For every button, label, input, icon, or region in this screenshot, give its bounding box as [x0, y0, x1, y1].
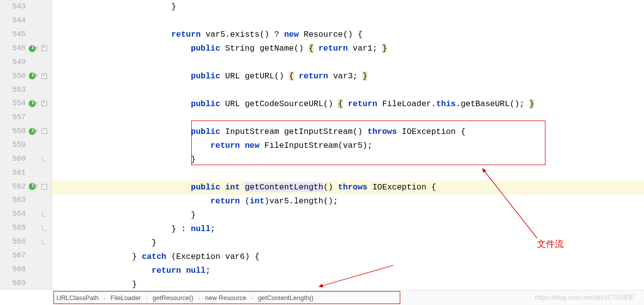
line-number: 560	[0, 155, 29, 163]
gutter-row: 562↑−	[0, 180, 51, 193]
code-line: }	[52, 208, 644, 222]
gutter-row: 565	[0, 221, 51, 235]
line-number: 543	[0, 2, 29, 11]
line-number: 568	[0, 265, 29, 274]
line-number: 565	[0, 224, 29, 232]
code-line: }	[52, 153, 644, 167]
code-line	[52, 14, 644, 28]
code-line	[52, 83, 644, 97]
fold-column: +	[39, 73, 50, 79]
code-line: } catch (Exception var6) {	[52, 250, 644, 264]
gutter-row: 546↑+	[0, 42, 51, 56]
code-line	[52, 167, 644, 181]
code-line: }	[52, 0, 644, 14]
gutter-icon-slot: ↑	[29, 45, 39, 52]
code-line: } : null;	[52, 222, 644, 236]
fold-expand-icon[interactable]: +	[42, 73, 47, 79]
code-line	[52, 111, 644, 125]
gutter-row: 545	[0, 28, 51, 42]
line-number: 564	[0, 210, 29, 218]
gutter-row: 550↑+	[0, 69, 51, 83]
gutter-row: 568	[0, 262, 51, 276]
gutter-row: 553	[0, 83, 51, 97]
code-editor[interactable]: } return var5.exists() ? new Resource() …	[52, 0, 644, 290]
breadcrumb-item[interactable]: FileLoader	[106, 294, 146, 302]
breadcrumb-item[interactable]: URLClassPath	[52, 294, 104, 302]
line-number: 558	[0, 127, 29, 135]
gutter-row: 564	[0, 207, 51, 221]
fold-expand-icon[interactable]: +	[42, 101, 47, 106]
fold-collapse-icon[interactable]: −	[42, 128, 47, 134]
fold-column	[39, 239, 50, 244]
gutter-row: 560	[0, 152, 51, 166]
gutter-row: 544	[0, 14, 51, 28]
annotation-label: 文件流	[537, 238, 564, 250]
override-icon[interactable]	[29, 45, 36, 52]
line-number: 544	[0, 16, 29, 25]
fold-column	[39, 211, 50, 217]
line-number: 561	[0, 169, 29, 177]
gutter-row: 558↑−	[0, 124, 51, 138]
code-line: return (int)var5.length();	[52, 194, 644, 208]
gutter-icon-slot: ↑	[29, 100, 39, 107]
code-line: return null;	[52, 264, 644, 278]
code-line: public URL getCodeSourceURL() { return F…	[52, 97, 644, 111]
fold-end-icon	[42, 225, 47, 231]
fold-end-icon	[42, 156, 47, 162]
code-line-current: public int getContentLength() throws IOE…	[52, 181, 644, 194]
code-line: public String getName() { return var1; }	[52, 42, 644, 56]
fold-end-icon	[42, 211, 47, 217]
gutter-icon-slot: ↑	[29, 72, 39, 79]
code-line: }	[52, 278, 644, 290]
gutter-icon-slot: ↑	[29, 128, 39, 135]
line-number: 557	[0, 113, 29, 122]
fold-end-icon	[42, 239, 47, 244]
fold-column	[39, 156, 50, 162]
breadcrumb-item[interactable]: new Resource	[200, 294, 251, 302]
gutter-row: 561	[0, 166, 51, 180]
line-number: 549	[0, 58, 29, 66]
override-icon[interactable]	[29, 128, 36, 135]
fold-expand-icon[interactable]: +	[42, 46, 47, 51]
line-number: 545	[0, 30, 29, 39]
code-line: return var5.exists() ? new Resource() {	[52, 28, 644, 42]
code-line: public InputStream getInputStream() thro…	[52, 125, 644, 139]
code-line	[52, 56, 644, 69]
gutter-row: 557	[0, 111, 51, 124]
watermark: https://blog.csdn.net/@51CTO博客	[535, 293, 634, 302]
gutter-row: 567	[0, 248, 51, 262]
line-number: 563	[0, 196, 29, 204]
fold-collapse-icon[interactable]: −	[42, 184, 47, 189]
gutter-row: 563	[0, 193, 51, 207]
gutter-icon-slot: ↑	[29, 183, 39, 190]
line-number: 550	[0, 72, 29, 80]
fold-column: +	[39, 101, 50, 106]
fold-column: −	[39, 128, 50, 134]
gutter-row: 559	[0, 138, 51, 152]
fold-column: +	[39, 46, 50, 51]
breadcrumb-item[interactable]: getContentLength()	[253, 294, 319, 302]
gutter-row: 549	[0, 55, 51, 69]
gutter-row: 566	[0, 235, 51, 249]
line-number: 562	[0, 183, 29, 191]
line-number: 546	[0, 44, 29, 53]
fold-column	[39, 225, 50, 231]
line-number: 553	[0, 86, 29, 94]
gutter-row: 554↑+	[0, 97, 51, 111]
line-number: 554	[0, 99, 29, 108]
code-line: return new FileInputStream(var5);	[52, 139, 644, 153]
line-number: 569	[0, 279, 29, 288]
line-number: 567	[0, 251, 29, 260]
breadcrumb-item[interactable]: getResource()	[148, 294, 198, 302]
gutter-row: 569	[0, 276, 51, 290]
fold-column: −	[39, 184, 50, 189]
code-line: public URL getURL() { return var3; }	[52, 69, 644, 83]
line-number: 566	[0, 238, 29, 246]
gutter-row: 543	[0, 0, 51, 14]
gutter: 543544545546↑+549550↑+553554↑+557558↑−55…	[0, 0, 52, 290]
line-number: 559	[0, 141, 29, 149]
